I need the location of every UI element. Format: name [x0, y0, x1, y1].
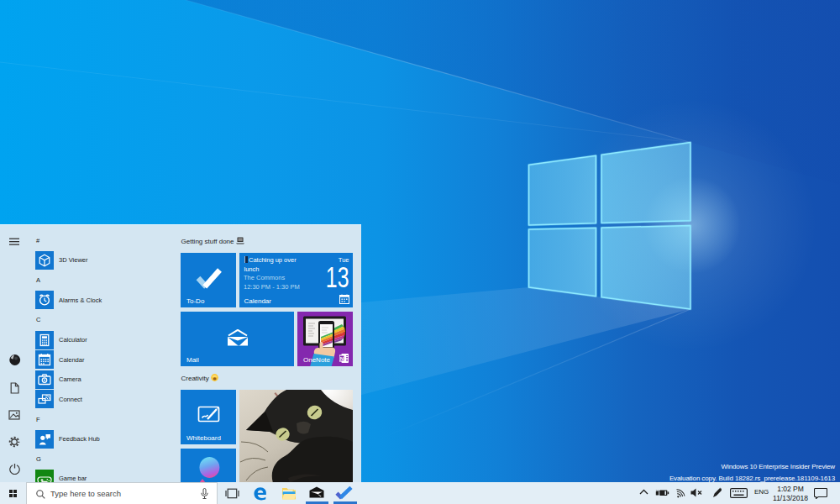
svg-text:N: N	[339, 356, 343, 361]
